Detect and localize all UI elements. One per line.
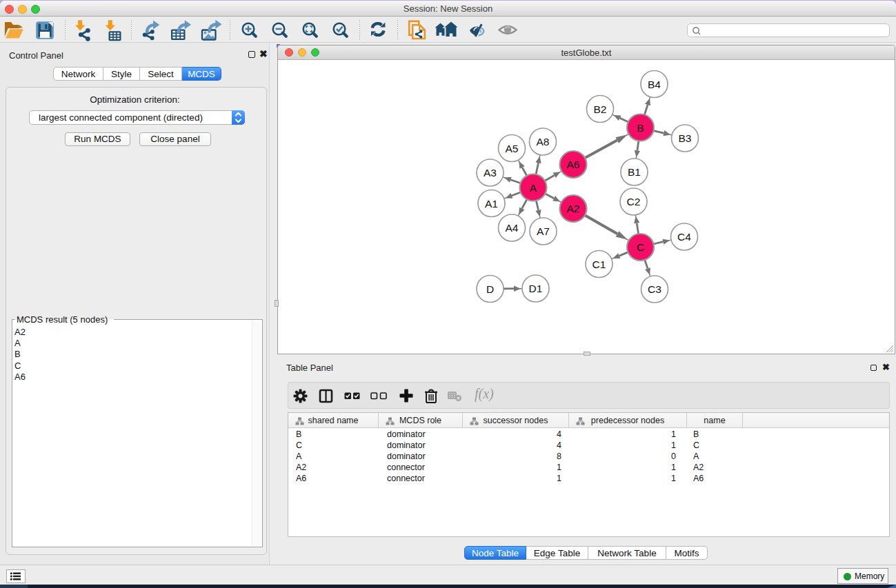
svg-text:D1: D1	[529, 283, 543, 294]
svg-text:B1: B1	[628, 166, 641, 178]
svg-text:D: D	[486, 283, 494, 295]
svg-text:A: A	[530, 182, 537, 194]
svg-text:C4: C4	[677, 231, 691, 243]
svg-text:A7: A7	[537, 225, 550, 237]
svg-text:A5: A5	[506, 143, 519, 154]
svg-text:B4: B4	[648, 79, 661, 90]
svg-text:C: C	[637, 241, 644, 253]
svg-text:A4: A4	[506, 222, 519, 234]
svg-text:B2: B2	[594, 103, 607, 115]
svg-text:A8: A8	[537, 136, 550, 148]
svg-text:C3: C3	[648, 283, 661, 295]
svg-text:C2: C2	[627, 196, 641, 207]
svg-text:A3: A3	[484, 167, 497, 179]
svg-text:A2: A2	[567, 203, 580, 214]
svg-text:B3: B3	[679, 132, 692, 144]
svg-text:C1: C1	[593, 258, 606, 270]
svg-text:A1: A1	[485, 198, 498, 210]
svg-text:A6: A6	[567, 159, 580, 170]
svg-text:B: B	[637, 122, 644, 134]
